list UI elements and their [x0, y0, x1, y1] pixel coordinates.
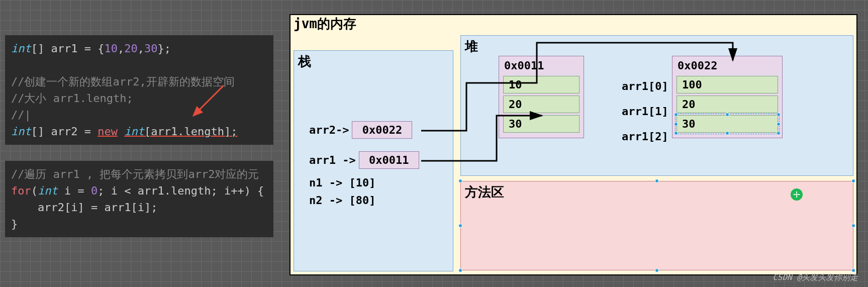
- heap-region: 堆 0x0011 10 20 30 arr1[0] arr1[1] arr1[2…: [460, 35, 853, 176]
- selection-handle-icon[interactable]: [458, 224, 462, 228]
- stack-entry-n1: n1 -> [10]: [309, 176, 375, 189]
- selection-handle-icon[interactable]: [674, 113, 678, 117]
- code-comment: //大小 arr1.length;: [11, 92, 133, 105]
- selection-handle-icon[interactable]: [851, 179, 855, 183]
- selection-handle-icon[interactable]: [674, 122, 678, 126]
- selection-handle-icon[interactable]: [725, 131, 729, 135]
- code-block-2: //遍历 arr1 , 把每个元素拷贝到arr2对应的元 for(int i =…: [5, 161, 273, 237]
- selection-handle-icon[interactable]: [458, 268, 462, 272]
- jvm-title: jvm的内存: [294, 15, 356, 33]
- method-area-region: 方法区: [460, 181, 853, 270]
- stack-entry-arr2: arr2-> 0x0022: [309, 121, 412, 139]
- selection-handle-icon[interactable]: [674, 131, 678, 135]
- stack-entry-arr1: arr1 -> 0x0011: [309, 151, 419, 169]
- selection-handle-icon[interactable]: [725, 113, 729, 117]
- heap-title: 堆: [465, 38, 478, 55]
- heap-object-0x0022: 0x0022 100 20 30: [672, 56, 783, 138]
- code-comment: //遍历 arr1 , 把每个元素拷贝到arr2对应的元: [11, 168, 259, 180]
- stack-value: 0x0011: [359, 151, 419, 169]
- selection-handle-icon[interactable]: [851, 268, 855, 272]
- stack-label: arr1 ->: [309, 154, 356, 166]
- selection-handle-icon[interactable]: [777, 131, 781, 135]
- heap-index-label: arr1[0]: [622, 80, 668, 92]
- heap-cell: 20: [503, 95, 580, 113]
- token-type: int: [11, 42, 31, 55]
- heap-index-label: arr1[1]: [622, 105, 668, 118]
- selection-handle-icon[interactable]: [851, 224, 855, 228]
- stack-entry-n2: n2 -> [80]: [309, 194, 375, 207]
- heap-address: 0x0011: [502, 59, 581, 74]
- selection-handle-icon[interactable]: [655, 268, 659, 272]
- heap-cell: 10: [503, 76, 580, 93]
- heap-cell: 30: [503, 115, 580, 133]
- stack-region: 栈 arr2-> 0x0022 arr1 -> 0x0011 n1 -> [10…: [294, 50, 453, 271]
- selection-handle-icon[interactable]: [777, 113, 781, 117]
- heap-address: 0x0022: [676, 59, 779, 74]
- selection-handle-icon[interactable]: [655, 179, 659, 183]
- heap-cell-selected[interactable]: 30: [677, 115, 778, 133]
- code-comment: //|: [11, 109, 31, 121]
- code-block-1: int[] arr1 = {10,20,30}; //创建一个新的数组arr2,…: [5, 35, 273, 145]
- heap-cell: 100: [677, 76, 778, 93]
- stack-label: arr2->: [309, 124, 349, 136]
- jvm-memory-diagram: jvm的内存 栈 arr2-> 0x0022 arr1 -> 0x0011 n1…: [290, 14, 857, 275]
- stack-value: 0x0022: [352, 121, 412, 139]
- heap-cell: 20: [677, 95, 778, 113]
- heap-index-label: arr1[2]: [622, 130, 668, 143]
- move-handle-icon[interactable]: [791, 188, 803, 201]
- heap-object-0x0011: 0x0011 10 20 30: [499, 56, 584, 138]
- method-area-title: 方法区: [465, 183, 504, 201]
- selection-handle-icon[interactable]: [777, 122, 781, 126]
- watermark: CSDN @头发头发你别走: [773, 272, 858, 283]
- selection-handle-icon[interactable]: [458, 179, 462, 183]
- stack-title: 栈: [298, 53, 311, 70]
- code-comment: //创建一个新的数组arr2,开辟新的数据空间: [11, 75, 235, 88]
